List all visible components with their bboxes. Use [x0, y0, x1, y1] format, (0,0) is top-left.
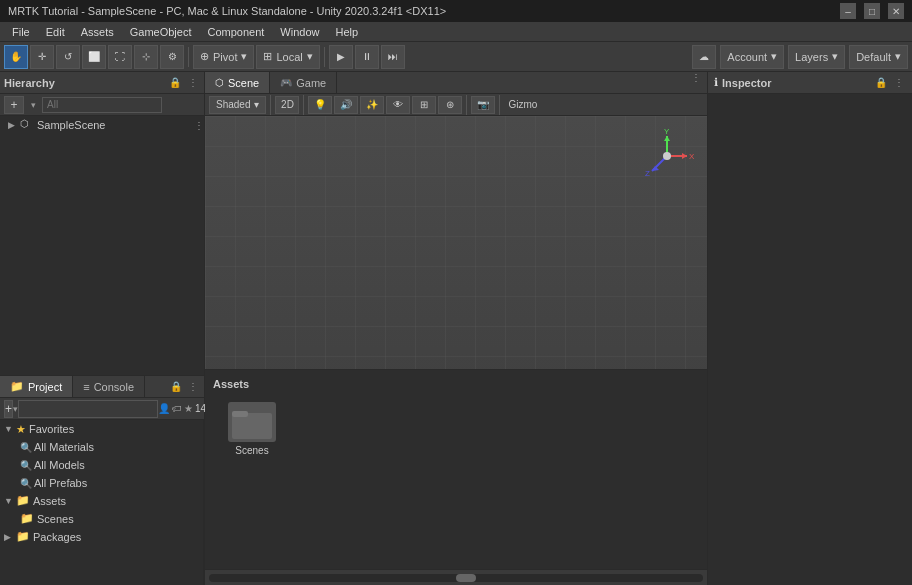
- tree-all-models[interactable]: 🔍 All Models: [0, 456, 203, 474]
- scale-tool-button[interactable]: ⬜: [82, 45, 106, 69]
- layers-dropdown[interactable]: Layers ▾: [788, 45, 845, 69]
- hierarchy-search-input[interactable]: [42, 97, 162, 113]
- menu-item-window[interactable]: Window: [272, 24, 327, 40]
- inspector-lock-icon[interactable]: 🔒: [874, 76, 888, 90]
- filter-star-icon[interactable]: ★: [184, 403, 193, 414]
- account-dropdown[interactable]: Account ▾: [720, 45, 784, 69]
- scene-light-button[interactable]: 💡: [308, 96, 332, 114]
- tab-scene[interactable]: ⬡ Scene: [205, 72, 270, 93]
- menu-item-edit[interactable]: Edit: [38, 24, 73, 40]
- scene-audio-button[interactable]: 🔊: [334, 96, 358, 114]
- layout-dropdown[interactable]: Default ▾: [849, 45, 908, 69]
- hierarchy-add-button[interactable]: +: [4, 96, 24, 114]
- inspector-panel: ℹ Inspector 🔒 ⋮: [707, 72, 912, 585]
- filter-label-icon[interactable]: 🏷: [172, 403, 182, 414]
- pivot-dropdown[interactable]: ⊕ Pivot ▾: [193, 45, 254, 69]
- favorites-label: Favorites: [29, 423, 74, 435]
- tree-all-materials[interactable]: 🔍 All Materials: [0, 438, 203, 456]
- move-tool-button[interactable]: ✛: [30, 45, 54, 69]
- scrollbar-thumb[interactable]: [456, 574, 476, 582]
- hierarchy-item-samplescene[interactable]: ▶ ⬡ SampleScene ⋮: [0, 116, 204, 134]
- scene-tab-label: Scene: [228, 77, 259, 89]
- menu-item-help[interactable]: Help: [327, 24, 366, 40]
- tab-project[interactable]: 📁 Project: [0, 376, 73, 397]
- hierarchy-lock-icon[interactable]: 🔒: [168, 76, 182, 90]
- hierarchy-content: ▶ ⬡ SampleScene ⋮: [0, 116, 204, 375]
- scene-camera-button[interactable]: 📷: [471, 96, 495, 114]
- menu-item-assets[interactable]: Assets: [73, 24, 122, 40]
- bottom-tab-icons: 🔒 ⋮: [165, 376, 204, 397]
- layers-chevron-icon: ▾: [832, 50, 838, 63]
- rect-tool-button[interactable]: ⛶: [108, 45, 132, 69]
- close-button[interactable]: ✕: [888, 3, 904, 19]
- bottom-lock-icon[interactable]: 🔒: [169, 380, 183, 394]
- maximize-button[interactable]: □: [864, 3, 880, 19]
- inspector-panel-icons: 🔒 ⋮: [874, 76, 906, 90]
- scene-hidden-button[interactable]: 👁: [386, 96, 410, 114]
- svg-text:Y: Y: [664, 127, 670, 136]
- tree-favorites[interactable]: ▼ ★ Favorites: [0, 420, 203, 438]
- menu-item-gameobject[interactable]: GameObject: [122, 24, 200, 40]
- game-tab-icon: 🎮: [280, 77, 292, 88]
- scene-toolbar-sep1: [270, 95, 271, 115]
- project-filter-icons: 👤 🏷 ★ 14: [158, 403, 206, 414]
- inspector-header: ℹ Inspector 🔒 ⋮: [708, 72, 912, 94]
- shading-chevron-icon: ▾: [254, 99, 259, 110]
- tree-scenes[interactable]: 📁 Scenes: [0, 510, 203, 528]
- hierarchy-arrow-button[interactable]: ▾: [26, 98, 40, 112]
- hierarchy-menu-icon[interactable]: ⋮: [186, 76, 200, 90]
- 2d-mode-button[interactable]: 2D: [275, 96, 299, 114]
- tab-console[interactable]: ≡ Console: [73, 376, 145, 397]
- rotate-tool-button[interactable]: ↺: [56, 45, 80, 69]
- scene-tab-more[interactable]: ⋮: [685, 72, 707, 93]
- bottom-panel: 📁 Project ≡ Console 🔒 ⋮ + ▾ 👤 🏷: [0, 375, 204, 585]
- inspector-menu-icon[interactable]: ⋮: [892, 76, 906, 90]
- inspector-content: [708, 94, 912, 585]
- horizontal-scrollbar[interactable]: [209, 574, 703, 582]
- scene-vfx-button[interactable]: ✨: [360, 96, 384, 114]
- all-prefabs-search-icon: 🔍: [20, 478, 32, 489]
- console-tab-icon: ≡: [83, 381, 89, 393]
- project-tab-icon: 📁: [10, 380, 24, 393]
- tree-assets[interactable]: ▼ 📁 Assets: [0, 492, 203, 510]
- shading-dropdown[interactable]: Shaded ▾: [209, 96, 266, 114]
- filter-person-icon[interactable]: 👤: [158, 403, 170, 414]
- hierarchy-header: Hierarchy 🔒 ⋮: [0, 72, 204, 94]
- hand-tool-button[interactable]: ✋: [4, 45, 28, 69]
- scene-tab-icon: ⬡: [215, 77, 224, 88]
- menubar: FileEditAssetsGameObjectComponentWindowH…: [0, 22, 912, 42]
- pause-button[interactable]: ⏸: [355, 45, 379, 69]
- bottom-menu-icon[interactable]: ⋮: [186, 380, 200, 394]
- all-materials-label: All Materials: [34, 441, 94, 453]
- step-button[interactable]: ⏭: [381, 45, 405, 69]
- play-button[interactable]: ▶: [329, 45, 353, 69]
- scenes-folder-icon: 📁: [20, 512, 34, 526]
- scene-snap-button[interactable]: ⊛: [438, 96, 462, 114]
- samplescene-scene-icon: ⬡: [20, 118, 34, 132]
- collab-button[interactable]: ☁: [692, 45, 716, 69]
- hierarchy-panel: Hierarchy 🔒 ⋮ + ▾ ▶ ⬡ SampleScene ⋮ 📁: [0, 72, 205, 585]
- tab-game[interactable]: 🎮 Game: [270, 72, 337, 93]
- toolbar-right: ☁ Account ▾ Layers ▾ Default ▾: [692, 45, 908, 69]
- project-add-button[interactable]: +: [4, 400, 13, 418]
- transform-tool-button[interactable]: ⊹: [134, 45, 158, 69]
- local-dropdown[interactable]: ⊞ Local ▾: [256, 45, 319, 69]
- asset-scenes-folder[interactable]: Scenes: [217, 402, 287, 456]
- project-search-input[interactable]: [18, 400, 158, 418]
- scene-grid-button[interactable]: ⊞: [412, 96, 436, 114]
- tree-all-prefabs[interactable]: 🔍 All Prefabs: [0, 474, 203, 492]
- scene-toolbar-sep3: [466, 95, 467, 115]
- menu-item-component[interactable]: Component: [199, 24, 272, 40]
- minimize-button[interactable]: –: [840, 3, 856, 19]
- scenes-label: Scenes: [37, 513, 74, 525]
- account-chevron-icon: ▾: [771, 50, 777, 63]
- tree-packages[interactable]: ▶ 📁 Packages: [0, 528, 203, 546]
- inspector-title: Inspector: [722, 77, 772, 89]
- custom-tool-button[interactable]: ⚙: [160, 45, 184, 69]
- menu-item-file[interactable]: File: [4, 24, 38, 40]
- toolbar-separator-1: [188, 47, 189, 67]
- scene-toolbar-sep2: [303, 95, 304, 115]
- samplescene-menu-icon[interactable]: ⋮: [194, 120, 204, 131]
- scene-toolbar: Shaded ▾ 2D 💡 🔊 ✨ 👁 ⊞ ⊛ 📷 Gizmo: [205, 94, 707, 116]
- favorites-star-icon: ★: [16, 423, 26, 436]
